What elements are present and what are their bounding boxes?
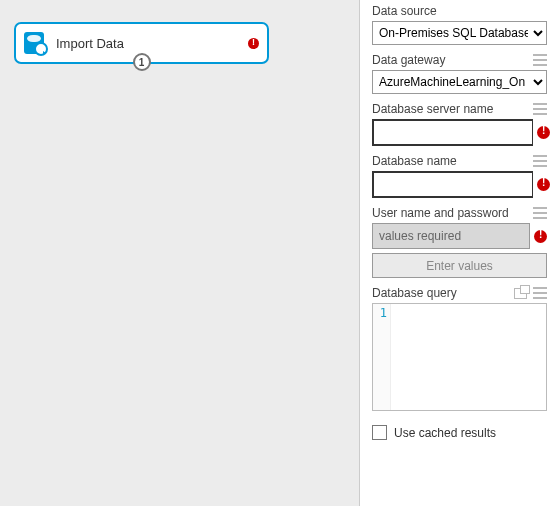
menu-icon[interactable]	[533, 155, 547, 167]
database-name-input[interactable]	[372, 171, 533, 198]
credentials-label: User name and password	[372, 206, 509, 220]
error-icon	[534, 230, 547, 243]
menu-icon[interactable]	[533, 54, 547, 66]
error-icon	[537, 178, 550, 191]
database-name-label: Database name	[372, 154, 457, 168]
data-source-field: Data source On-Premises SQL Database	[372, 4, 547, 45]
menu-icon[interactable]	[533, 287, 547, 299]
designer-canvas[interactable]: Import Data 1	[0, 0, 360, 506]
cached-results-checkbox[interactable]	[372, 425, 387, 440]
query-text[interactable]	[391, 304, 546, 410]
database-name-field: Database name	[372, 154, 547, 198]
module-title: Import Data	[56, 36, 248, 51]
data-source-select[interactable]: On-Premises SQL Database	[372, 21, 547, 45]
import-data-module[interactable]: Import Data 1	[14, 22, 269, 64]
error-icon	[248, 38, 259, 49]
server-name-input[interactable]	[372, 119, 533, 146]
error-icon	[537, 126, 550, 139]
enter-values-button[interactable]: Enter values	[372, 253, 547, 278]
data-gateway-field: Data gateway AzureMachineLearning_On	[372, 53, 547, 94]
cached-results-label: Use cached results	[394, 426, 496, 440]
database-query-field: Database query 1	[372, 286, 547, 411]
data-gateway-select[interactable]: AzureMachineLearning_On	[372, 70, 547, 94]
database-query-label: Database query	[372, 286, 457, 300]
cached-results-row: Use cached results	[372, 425, 547, 440]
line-number: 1	[373, 304, 391, 410]
data-gateway-label: Data gateway	[372, 53, 445, 67]
server-name-label: Database server name	[372, 102, 493, 116]
popout-icon[interactable]	[514, 288, 527, 299]
query-editor[interactable]: 1	[372, 303, 547, 411]
server-name-field: Database server name	[372, 102, 547, 146]
database-import-icon	[24, 32, 44, 54]
menu-icon[interactable]	[533, 207, 547, 219]
credentials-status: values required	[372, 223, 530, 249]
credentials-field: User name and password values required E…	[372, 206, 547, 278]
properties-panel: Data source On-Premises SQL Database Dat…	[360, 0, 559, 506]
menu-icon[interactable]	[533, 103, 547, 115]
data-source-label: Data source	[372, 4, 437, 18]
output-port-1[interactable]: 1	[133, 53, 151, 71]
